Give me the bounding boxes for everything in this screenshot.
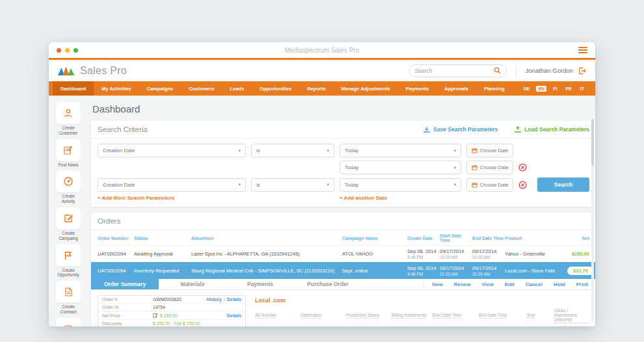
nav-item-manage-adjustments[interactable]: Manage Adjustments [334, 81, 398, 96]
nav-item-planning[interactable]: Planning [476, 81, 513, 96]
nav-item-payments[interactable]: Payments [398, 81, 436, 96]
document-icon [63, 287, 74, 297]
orders-table-header: Order NumberStatus AdvertiserCampaign Na… [91, 230, 595, 245]
chevron-down-icon: ▾ [238, 182, 241, 187]
choose-date-button-1[interactable]: Choose Date [466, 144, 513, 157]
criteria-operator-select-3[interactable]: is ▾ [251, 178, 334, 192]
lang-de[interactable]: DE [522, 86, 532, 92]
app-name: Sales Pro [80, 65, 127, 77]
order-summary-detail: Order # GWM0003620 History / Details Ord… [91, 290, 595, 326]
criteria-value-select-3[interactable]: Today ▾ [340, 178, 461, 192]
history-link[interactable]: History [206, 297, 221, 302]
remove-date-icon[interactable] [518, 181, 527, 189]
sidebar-item-create-contract[interactable]: Create Contract [55, 281, 81, 315]
person-icon [63, 108, 74, 118]
main-nav: Dashboard My Activities Campaigns Custom… [49, 81, 595, 96]
sidebar-item-create-prospect[interactable]: Create Prospect [55, 318, 81, 326]
orders-panel: Orders Order NumberStatus AdvertiserCamp… [91, 213, 595, 326]
net-price-details-link[interactable]: Details [227, 313, 241, 318]
nav-item-opportunities[interactable]: Opportunities [252, 81, 299, 96]
ad-group-panel: Local .com Ad NumberDestination Producti… [255, 295, 589, 326]
sidebar-item-create-customer[interactable]: Create Customer [55, 102, 81, 136]
search-button[interactable]: Search [537, 178, 589, 192]
nav-item-approvals[interactable]: Approvals [436, 81, 476, 96]
order-row-selected[interactable]: UAT0002094 Inventory Requested Sburg Reg… [91, 262, 595, 279]
nav-item-my-activities[interactable]: My Activities [94, 81, 139, 96]
chevron-down-icon: ▾ [453, 182, 456, 187]
view-button[interactable]: View [482, 282, 494, 287]
ad-group-title: Local .com [255, 297, 589, 304]
net-amount-badge: $22.70 [567, 267, 594, 275]
page-title: Dashboard [92, 103, 595, 114]
lang-it[interactable]: IT [578, 86, 586, 92]
sidebar-item-post-news[interactable]: Post News [55, 139, 81, 168]
criteria-value-select-1[interactable]: Today ▾ [340, 144, 461, 157]
content-area: Create Customer Post News Create Activit… [49, 96, 595, 326]
sidebar-item-create-opportunity[interactable]: Create Opportunity [55, 244, 81, 278]
calendar-icon [472, 164, 477, 170]
search-criteria-title: Search Criteria [98, 125, 148, 133]
details-link[interactable]: Details [227, 297, 241, 302]
criteria-field-select-3[interactable]: Creation Date ▾ [98, 178, 246, 192]
compose-icon [63, 213, 74, 224]
quick-create-rail: Create Customer Post News Create Activit… [55, 102, 81, 326]
tab-materials[interactable]: Materials [159, 279, 226, 289]
chevron-down-icon: ▾ [327, 148, 329, 153]
lang-en[interactable]: EN [536, 86, 546, 92]
header-divider [516, 64, 517, 78]
gauge-icon [63, 176, 74, 187]
app-window: Mediaspectrum Sales Pro Sales Pro [49, 42, 595, 326]
ad-table-header: Ad NumberDestination Production StatusBi… [255, 308, 589, 323]
tab-payments[interactable]: Payments [226, 279, 294, 289]
language-switcher: DE EN FI FR IT [522, 81, 595, 96]
nav-item-reports[interactable]: Reports [299, 81, 333, 96]
user-name[interactable]: Jonathan Gordon [526, 67, 573, 74]
choose-date-button-2[interactable]: Choose Date [466, 161, 513, 174]
order-row[interactable]: UAT0002094 Awaiting Approval Lazer Spot … [91, 245, 595, 262]
criteria-value-select-2[interactable]: Today ▾ [340, 161, 461, 174]
nav-item-campaigns[interactable]: Campaigns [139, 81, 181, 96]
tab-purchase-order[interactable]: Purchase Order [294, 279, 362, 289]
criteria-operator-select-1[interactable]: is ▾ [251, 144, 334, 157]
cancel-button[interactable]: Cancel [526, 282, 543, 287]
save-search-parameters-link[interactable]: Save Search Parameters [423, 126, 498, 133]
orders-title: Orders [98, 217, 120, 225]
nav-item-customers[interactable]: Customers [181, 81, 222, 96]
logout-icon[interactable] [578, 67, 586, 75]
tab-order-summary[interactable]: Order Summary [91, 279, 159, 289]
add-another-date-link[interactable]: + Add another Date [340, 195, 461, 201]
add-more-search-parameters-link[interactable]: + Add More Search Parameters [98, 195, 246, 201]
search-icon[interactable] [494, 67, 501, 74]
renew-button[interactable]: Renew [454, 282, 471, 287]
hold-button[interactable]: Hold [554, 282, 565, 287]
title-bar: Mediaspectrum Sales Pro [49, 42, 595, 58]
edit-button[interactable]: Edit [505, 282, 515, 287]
chevron-down-icon: ▾ [327, 182, 329, 187]
criteria-field-select-1[interactable]: Creation Date ▾ [98, 144, 246, 157]
sidebar-item-create-campaign[interactable]: Create Campaing [55, 207, 81, 241]
choose-date-button-3[interactable]: Choose Date [466, 178, 513, 192]
nav-item-leads[interactable]: Leads [222, 81, 252, 96]
vertical-scrollbar[interactable] [591, 119, 594, 322]
scrollbar-thumb[interactable] [591, 119, 594, 166]
calendar-icon [472, 148, 477, 153]
lang-fi[interactable]: FI [551, 86, 559, 92]
global-search[interactable] [409, 64, 507, 77]
sidebar-item-create-activity[interactable]: Create Activity [55, 170, 81, 204]
chevron-down-icon: ▾ [453, 165, 456, 170]
lang-fr[interactable]: FR [563, 86, 573, 92]
chevron-down-icon: ▾ [453, 148, 456, 153]
upload-icon [515, 126, 521, 133]
chevron-down-icon: ▾ [238, 148, 241, 153]
search-input[interactable] [415, 68, 494, 74]
edit-pencil-icon[interactable] [153, 313, 158, 318]
print-button[interactable]: Print [576, 282, 588, 287]
download-icon [423, 126, 430, 133]
load-search-parameters-link[interactable]: Load Search Parameters [515, 126, 589, 133]
new-button[interactable]: New [432, 282, 442, 287]
flag-icon [63, 250, 74, 261]
menu-icon[interactable] [578, 46, 587, 55]
nav-item-dashboard[interactable]: Dashboard [53, 81, 94, 96]
remove-date-icon[interactable] [518, 163, 527, 172]
order-actions: New Renew View Edit Cancel Hold Print [423, 279, 595, 289]
